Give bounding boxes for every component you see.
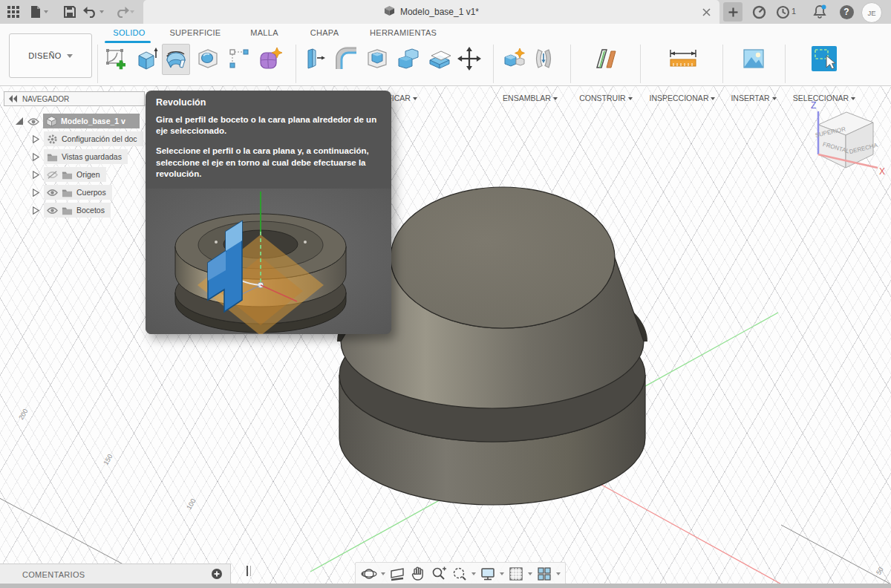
extensions-icon[interactable] [750,3,768,21]
help-icon[interactable]: ? [838,3,855,21]
tab-malla[interactable]: MALLA [247,26,281,39]
display-settings-caret-icon[interactable] [500,572,504,575]
collapse-panel-icon[interactable] [9,95,18,102]
group-inspeccionar-label: INSPECCIONAR [650,94,709,102]
browser-item-row[interactable]: Configuración del doc [4,130,145,148]
rectangular-pattern-icon[interactable] [226,44,252,74]
viewports-caret-icon[interactable] [556,572,561,575]
hole-icon[interactable] [195,44,221,74]
browser-item-row[interactable]: Vistas guardadas [4,148,145,166]
item-cuerpos-label: Cuerpos [76,188,106,197]
fillet-icon[interactable] [333,44,359,74]
move-icon[interactable] [456,44,483,74]
notifications-bell-icon[interactable] [811,3,829,21]
visibility-eye-icon[interactable] [27,116,39,127]
group-inspeccionar[interactable]: INSPECCIONAR [642,94,723,102]
tab-chapa[interactable]: CHAPA [307,26,342,39]
expander-closed-icon[interactable] [30,134,41,144]
root-document-item[interactable]: Modelo_base_1 v [43,114,140,128]
active-tab-underline [105,41,151,43]
visibility-eye-icon[interactable] [47,205,58,216]
toolbar-ribbon: DISEÑO SOLIDO SUPERFICIE MALLA CHAPA HER… [0,24,891,86]
new-tab-button[interactable] [723,2,742,22]
item-cuerpos[interactable]: Cuerpos [44,185,112,200]
select-tool-icon[interactable] [809,44,839,74]
expander-open-icon[interactable] [14,116,25,126]
item-doc-settings-label: Configuración del doc [62,134,137,143]
look-at-icon[interactable] [388,565,406,583]
new-component-icon[interactable] [500,44,527,74]
app-launcher-grid-icon[interactable] [4,3,22,21]
item-saved-views[interactable]: Vistas guardadas [44,149,128,164]
expander-closed-icon[interactable] [30,187,41,197]
viewports-icon[interactable] [535,565,553,583]
job-status-clock-icon[interactable] [774,3,792,21]
document-cube-icon [384,5,395,19]
group-ensamblar[interactable]: ENSAMBLAR [489,94,571,102]
combine-icon[interactable] [395,44,422,74]
comments-bar[interactable]: COMENTARIOS [0,564,231,584]
browser-item-row[interactable]: Cuerpos [4,183,145,201]
user-avatar[interactable]: JE [861,2,882,23]
save-icon[interactable] [61,3,79,21]
item-doc-settings[interactable]: Configuración del doc [44,131,143,146]
folder-icon [62,169,73,180]
group-insertar[interactable]: INSERTAR [713,94,794,102]
create-form-icon[interactable] [257,44,284,74]
expander-closed-icon[interactable] [30,169,41,180]
extrude-icon[interactable] [134,44,160,74]
group-insertar-label: INSERTAR [731,94,769,102]
add-comment-icon[interactable] [211,568,223,580]
document-cube-icon [46,116,57,127]
fusion360-window: 200 150 100 50 Mod [0,0,891,588]
browser-panel: NAVEGADOR Modelo_base_1 v Configuración … [4,91,145,219]
display-settings-icon[interactable] [479,565,497,583]
grid-settings-icon[interactable] [507,565,525,583]
insert-image-icon[interactable] [740,44,767,74]
title-bar: Modelo_base_1 v1* 1 ? JE [0,0,891,24]
offset-plane-icon[interactable] [426,44,453,74]
orbit-icon[interactable] [360,565,378,583]
view-cube[interactable]: SUPERIOR FRONTAL DERECHA Z X [802,98,890,178]
zoom-window-caret-icon[interactable] [471,572,476,575]
browser-title: NAVEGADOR [22,95,69,103]
tab-solido[interactable]: SOLIDO [106,26,152,39]
gear-icon [47,134,58,145]
pan-icon[interactable] [409,565,427,583]
redo-caret-icon[interactable] [128,3,137,21]
revolve-icon[interactable] [162,44,190,75]
tab-herramientas[interactable]: HERRAMIENTAS [370,26,437,39]
visibility-off-icon[interactable] [47,169,58,180]
undo-caret-icon[interactable] [97,3,106,21]
joint-icon[interactable] [530,44,557,74]
browser-item-row[interactable]: Origen [4,166,145,183]
document-tab[interactable]: Modelo_base_1 v1* [143,0,719,24]
visibility-eye-icon[interactable] [47,187,58,198]
close-tab-icon[interactable] [700,6,712,18]
timeline-playhead[interactable] [247,566,248,576]
measure-icon[interactable] [667,44,699,74]
zoom-icon[interactable] [430,565,448,583]
folder-icon [47,151,58,163]
orbit-caret-icon[interactable] [381,572,385,575]
file-menu-caret-icon[interactable] [42,3,50,21]
group-construir[interactable]: CONSTRUIR [565,94,647,102]
browser-item-row[interactable]: Bocetos [4,201,145,219]
root-document-label: Modelo_base_1 v [61,117,125,125]
group-ensamblar-label: ENSAMBLAR [503,94,551,102]
workspace-selector-button[interactable]: DISEÑO [9,33,92,78]
item-origen[interactable]: Origen [44,167,106,182]
browser-root-row[interactable]: Modelo_base_1 v [4,112,145,130]
folder-icon [62,187,73,198]
create-sketch-icon[interactable] [102,44,129,74]
item-bocetos[interactable]: Bocetos [44,203,111,218]
tab-superficie[interactable]: SUPERFICIE [169,26,221,39]
zoom-window-icon[interactable] [451,565,469,583]
grid-settings-caret-icon[interactable] [528,572,532,575]
press-pull-icon[interactable] [301,44,328,74]
expander-closed-icon[interactable] [30,205,41,215]
browser-header[interactable]: NAVEGADOR [4,91,145,106]
construction-plane-icon[interactable] [593,44,619,74]
shell-icon[interactable] [364,44,391,74]
expander-closed-icon[interactable] [30,151,41,162]
